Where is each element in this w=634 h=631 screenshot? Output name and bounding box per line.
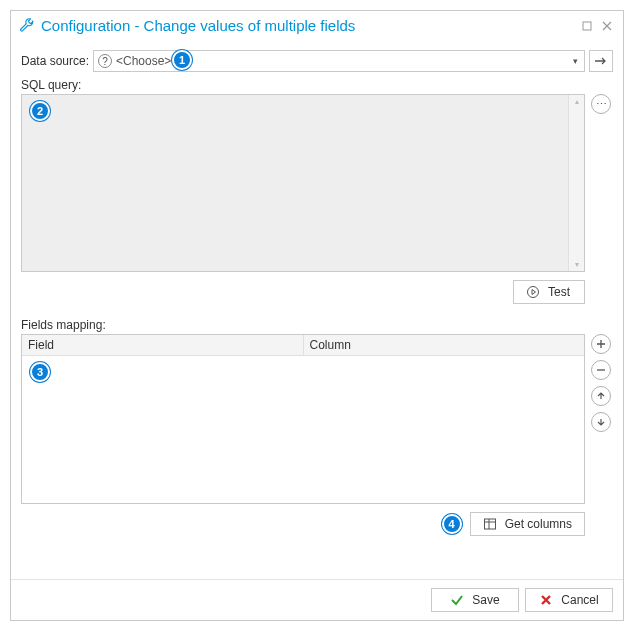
check-icon [450,593,464,607]
move-down-button[interactable] [591,412,611,432]
data-source-dropdown[interactable]: ? <Choose> 1 ▾ [93,50,585,72]
svg-rect-2 [484,519,495,529]
cancel-label: Cancel [561,593,598,607]
content-area: Data source: ? <Choose> 1 ▾ SQL query: 2… [11,40,623,579]
get-columns-button[interactable]: Get columns [470,512,585,536]
svg-point-1 [528,287,539,298]
save-button[interactable]: Save [431,588,519,612]
sql-area: 2 ▴ ▾ ⋯ [21,94,613,272]
sql-query-input[interactable]: 2 ▴ ▾ [21,94,585,272]
test-button-label: Test [548,285,570,299]
fields-grid[interactable]: Field Column 3 [21,334,585,504]
cancel-button[interactable]: Cancel [525,588,613,612]
sql-scrollbar[interactable]: ▴ ▾ [568,95,584,271]
chevron-down-icon: ▾ [571,56,580,66]
fields-mapping-label: Fields mapping: [21,318,613,332]
maximize-icon[interactable] [579,18,595,34]
callout-4: 4 [442,514,462,534]
move-up-button[interactable] [591,386,611,406]
fields-area: Field Column 3 [21,334,613,504]
titlebar: Configuration - Change values of multipl… [11,11,623,40]
columns-icon [483,517,497,531]
data-source-row: Data source: ? <Choose> 1 ▾ [21,50,613,72]
play-icon [526,285,540,299]
wrench-icon [19,18,35,34]
svg-rect-0 [583,22,591,30]
ellipsis-icon: ⋯ [596,98,607,111]
sql-query-label: SQL query: [21,78,613,92]
cancel-icon [539,593,553,607]
callout-3: 3 [30,362,50,382]
col-column-header[interactable]: Column [304,335,585,355]
grid-header: Field Column [22,335,584,356]
scroll-down-icon: ▾ [575,260,579,269]
data-source-label: Data source: [21,54,93,68]
callout-2: 2 [30,101,50,121]
get-columns-label: Get columns [505,517,572,531]
config-window: Configuration - Change values of multipl… [10,10,624,621]
add-row-button[interactable] [591,334,611,354]
save-label: Save [472,593,499,607]
scroll-up-icon: ▴ [575,97,579,106]
window-title: Configuration - Change values of multipl… [41,17,355,34]
data-source-open-button[interactable] [589,50,613,72]
help-icon: ? [98,54,112,68]
remove-row-button[interactable] [591,360,611,380]
col-field-header[interactable]: Field [22,335,304,355]
footer: Save Cancel [11,579,623,620]
test-button[interactable]: Test [513,280,585,304]
grid-body: 3 [22,356,584,503]
sql-expand-button[interactable]: ⋯ [591,94,611,114]
callout-1: 1 [172,50,192,70]
close-icon[interactable] [599,18,615,34]
